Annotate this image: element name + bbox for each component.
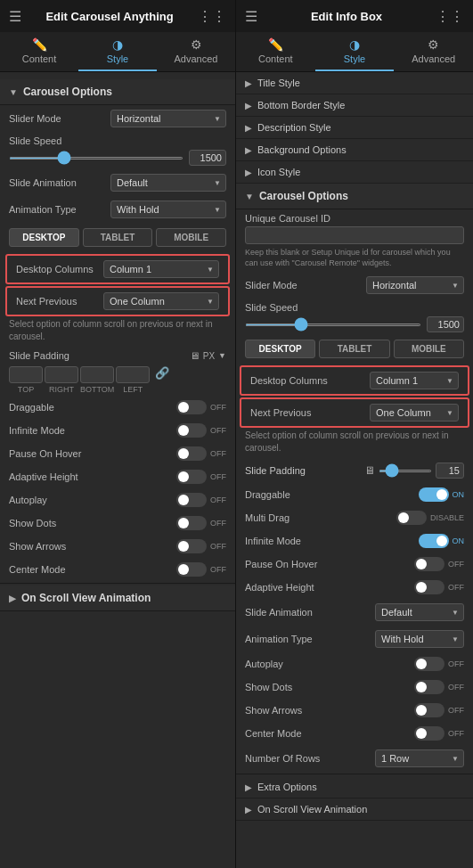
slide-animation-select-left[interactable]: Default [110, 174, 226, 192]
unique-id-label: Unique Carousel ID [245, 213, 464, 224]
show-arrows-row-right: Show Arrows OFF [236, 699, 473, 722]
multi-drag-toggle-right[interactable] [396, 511, 427, 525]
next-previous-select-left[interactable]: One Column [103, 292, 219, 310]
description-style-section[interactable]: ▶ Description Style [236, 117, 473, 139]
draggable-toggle-left[interactable] [176, 400, 207, 414]
slide-speed-slider-left[interactable] [9, 157, 183, 160]
slide-animation-select-wrap-right: Default [375, 603, 464, 621]
slide-padding-slider-right[interactable] [379, 470, 432, 472]
background-options-section[interactable]: ▶ Background Options [236, 139, 473, 161]
desktop-columns-select-right[interactable]: Column 1 [370, 372, 459, 389]
right-menu-icon[interactable]: ☰ [245, 8, 257, 25]
center-toggle-left[interactable] [176, 562, 207, 577]
icon-style-section[interactable]: ▶ Icon Style [236, 161, 473, 184]
autoplay-toggle-right[interactable] [414, 657, 444, 671]
pause-hover-label-right: Pause On Hover [245, 559, 317, 569]
infinite-toggle-right[interactable] [419, 534, 449, 548]
animation-type-select-right[interactable]: With Hold [375, 630, 464, 648]
left-panel-body: ▼ Carousel Options Slider Mode Horizonta… [0, 72, 235, 868]
dots-toggle-right[interactable] [414, 680, 444, 694]
slide-speed-input-right[interactable] [427, 316, 464, 332]
link-icon-left[interactable]: 🔗 [155, 366, 169, 394]
slide-animation-row-left: Slide Animation Default [0, 169, 235, 196]
extra-options-section[interactable]: ▶ Extra Options [236, 776, 473, 798]
title-style-arrow: ▶ [245, 78, 252, 88]
animation-type-select-left[interactable]: With Hold [110, 201, 226, 218]
pad-left-left[interactable] [116, 366, 150, 383]
tablet-btn-left[interactable]: TABLET [83, 228, 153, 247]
slide-speed-slider-right[interactable] [245, 323, 421, 326]
mobile-btn-left[interactable]: MOBILE [156, 228, 226, 247]
next-previous-label-left: Next Previous [16, 296, 87, 307]
left-grid-icon[interactable]: ⋮⋮ [198, 8, 226, 25]
background-options-arrow: ▶ [245, 145, 252, 155]
title-style-section[interactable]: ▶ Title Style [236, 72, 473, 94]
number-of-rows-row-right: Number Of Rows 1 Row [236, 745, 473, 772]
right-grid-icon[interactable]: ⋮⋮ [436, 8, 464, 25]
draggable-toggle-wrap-left: OFF [176, 400, 226, 414]
tab-style-right[interactable]: ◑ Style [315, 32, 395, 71]
desktop-columns-row-left: Desktop Columns Column 1 [5, 254, 230, 284]
draggable-row-left: Draggable OFF [0, 396, 235, 419]
tab-content-left[interactable]: ✏️ Content [0, 32, 78, 71]
bottom-border-arrow: ▶ [245, 101, 252, 111]
infinite-toggle-left[interactable] [176, 423, 207, 438]
carousel-options-header-right[interactable]: ▼ Carousel Options [236, 184, 473, 209]
slide-padding-input-right[interactable] [436, 463, 464, 479]
desktop-columns-select-left[interactable]: Column 1 [103, 260, 219, 278]
slider-mode-select-wrap-left: Horizontal [110, 110, 226, 127]
autoplay-off-left: OFF [210, 495, 226, 504]
next-previous-select-right[interactable]: One Column [370, 404, 459, 422]
slide-speed-input-left[interactable] [189, 150, 226, 166]
tablet-btn-right[interactable]: TABLET [319, 340, 389, 358]
tab-content-label-left: Content [22, 53, 57, 64]
bottom-border-section[interactable]: ▶ Bottom Border Style [236, 94, 473, 117]
next-previous-row-left: Next Previous One Column [5, 286, 230, 316]
pause-toggle-right[interactable] [414, 557, 444, 571]
left-header: ☰ Edit Carousel Anything ⋮⋮ [0, 0, 235, 32]
autoplay-toggle-left[interactable] [176, 493, 207, 507]
infinite-mode-label-left: Infinite Mode [9, 425, 65, 436]
unique-id-input[interactable] [245, 226, 464, 244]
show-dots-label-right: Show Dots [245, 682, 292, 692]
center-toggle-right[interactable] [414, 726, 444, 741]
tab-style-left[interactable]: ◑ Style [78, 32, 157, 71]
desktop-btn-right[interactable]: DESKTOP [245, 340, 315, 358]
mobile-btn-right[interactable]: MOBILE [394, 340, 464, 358]
tab-content-right[interactable]: ✏️ Content [236, 32, 315, 71]
on-scroll-header-left[interactable]: ▶ On Scroll View Animation [0, 585, 235, 611]
slider-mode-select-right[interactable]: Horizontal [366, 276, 464, 294]
dots-toggle-left[interactable] [176, 516, 207, 530]
tab-advanced-left[interactable]: ⚙ Advanced [157, 32, 235, 71]
adaptive-toggle-left[interactable] [176, 470, 207, 484]
draggable-toggle-right[interactable] [419, 487, 449, 502]
desktop-columns-label-left: Desktop Columns [16, 264, 94, 274]
pad-top-left[interactable] [9, 366, 43, 383]
extra-options-arrow: ▶ [245, 782, 252, 792]
pad-right-left[interactable] [45, 366, 78, 383]
tab-advanced-right[interactable]: ⚙ Advanced [394, 32, 473, 71]
helper-text-right: Select option of column scroll on previo… [236, 430, 473, 458]
content-icon-right: ✏️ [268, 37, 283, 52]
number-of-rows-select-right[interactable]: 1 Row [375, 749, 464, 767]
pad-left-wrap-left: LEFT [116, 366, 150, 394]
pause-toggle-left[interactable] [176, 446, 207, 461]
pad-bottom-left[interactable] [80, 366, 114, 383]
pause-off-right: OFF [448, 560, 464, 569]
left-menu-icon[interactable]: ☰ [9, 8, 21, 25]
autoplay-toggle-wrap-right: OFF [414, 657, 464, 671]
style-icon-left: ◑ [112, 37, 123, 52]
arrows-toggle-left[interactable] [176, 539, 207, 553]
padding-inputs-left: TOP RIGHT BOTTOM LEFT 🔗 [0, 364, 235, 396]
on-scroll-section-right[interactable]: ▶ On Scroll View Animation [236, 798, 473, 821]
draggable-label-right: Draggable [245, 489, 290, 500]
carousel-options-header-left[interactable]: ▼ Carousel Options [0, 79, 235, 105]
left-panel: ☰ Edit Carousel Anything ⋮⋮ ✏️ Content ◑… [0, 0, 236, 868]
desktop-btn-left[interactable]: DESKTOP [9, 228, 79, 247]
left-tabs: ✏️ Content ◑ Style ⚙ Advanced [0, 32, 235, 72]
slider-mode-select-left[interactable]: Horizontal [110, 110, 226, 127]
arrows-toggle-right[interactable] [414, 703, 444, 717]
slide-animation-select-right[interactable]: Default [375, 603, 464, 621]
adaptive-toggle-right[interactable] [414, 580, 444, 594]
tab-style-label-left: Style [107, 53, 128, 64]
